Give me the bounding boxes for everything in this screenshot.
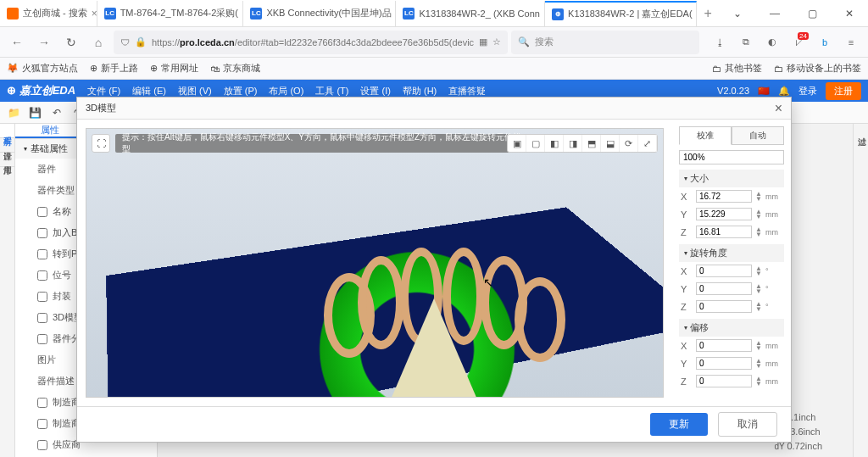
checkbox[interactable] [37, 292, 47, 302]
bookmark-folder[interactable]: 🗀其他书签 [712, 62, 762, 75]
spinner-icon[interactable]: ▲▼ [755, 284, 762, 294]
vtab-projects[interactable]: 所有工程 [0, 124, 14, 138]
menu-icon[interactable]: ≡ [839, 31, 863, 54]
off-z-input[interactable] [696, 375, 752, 387]
checkbox[interactable] [37, 440, 47, 450]
browser-tab-active[interactable]: ⊕K1318384WR-2 | 嘉立创EDA(× [545, 1, 697, 26]
bell-icon[interactable]: 🔔 [778, 86, 790, 97]
3d-viewport[interactable]: ⛶ 提示：按住Alt键后，鼠标右键移动元件模型X、Y方向，鼠标中键移动元件模型Z… [86, 128, 664, 398]
size-z-input[interactable] [696, 226, 752, 238]
off-y-input[interactable] [696, 357, 752, 370]
flag-icon[interactable]: 🇨🇳 [758, 86, 770, 97]
tab-auto[interactable]: 自动 [732, 126, 784, 145]
spinner-icon[interactable]: ▲▼ [755, 376, 762, 387]
menu-edit[interactable]: 编辑 (E) [132, 85, 166, 98]
home-button[interactable]: ⌂ [86, 31, 110, 54]
spinner-icon[interactable]: ▲▼ [755, 227, 762, 237]
vtab-filter[interactable]: 过滤 [854, 124, 868, 137]
chevron-down-icon[interactable]: ⌄ [719, 0, 756, 27]
vtab-library[interactable]: 库设计 [0, 138, 14, 153]
maximize-button[interactable]: ▢ [793, 0, 831, 27]
forward-button[interactable]: → [32, 31, 56, 54]
shield-icon: 🛡 [120, 37, 130, 47]
spinner-icon[interactable]: ▲▼ [755, 302, 762, 312]
new-tab-button[interactable]: + [697, 6, 719, 21]
tab-title: XKB Connectivity(中国星坤)品 [266, 7, 391, 20]
close-icon[interactable]: × [92, 8, 97, 20]
tool-save[interactable]: 💾 [26, 103, 45, 122]
url-input[interactable]: 🛡 🔒 https://pro.lceda.cn/editor#tab=ld22… [114, 31, 508, 54]
tool-undo[interactable]: ↶ [47, 103, 66, 122]
size-x-input[interactable] [696, 190, 752, 203]
spinner-icon[interactable]: ▲▼ [755, 209, 762, 220]
menu-help[interactable]: 帮助 (H) [403, 85, 437, 98]
menu-file[interactable]: 文件 (F) [87, 85, 120, 98]
bookmark-item[interactable]: 🦊火狐官方站点 [7, 62, 78, 75]
account-icon[interactable]: ◐ [760, 31, 784, 54]
browser-tab[interactable]: LCTM-8764-2_TM-8764-2采购(× [97, 1, 244, 26]
checkbox[interactable] [37, 270, 47, 281]
checkbox[interactable] [37, 207, 47, 217]
checkbox[interactable] [37, 228, 47, 238]
browser-tab[interactable]: LCK1318384WR-2_ (XKB Conn× [396, 1, 545, 26]
app-logo[interactable]: 嘉立创EDA [7, 83, 75, 98]
update-button[interactable]: 更新 [650, 413, 708, 436]
bing-icon[interactable]: b [813, 31, 837, 54]
bookmark-item[interactable]: ⊕常用网址 [150, 62, 198, 75]
checkbox[interactable] [37, 313, 47, 323]
reload-button[interactable]: ↻ [59, 31, 83, 54]
tab-title: TM-8764-2_TM-8764-2采购( [120, 7, 238, 20]
browser-tab[interactable]: LCXKB Connectivity(中国星坤)品× [243, 1, 396, 26]
bookmark-item[interactable]: ⊕新手上路 [90, 62, 138, 75]
rot-x-input[interactable] [696, 265, 752, 277]
off-x-input[interactable] [696, 339, 752, 352]
browser-tab[interactable]: 立创商城 - 搜索× [0, 1, 97, 26]
checkbox[interactable] [37, 419, 47, 429]
size-y-input[interactable] [696, 208, 752, 220]
group-rotation[interactable]: 旋转角度 [679, 244, 784, 262]
spinner-icon[interactable]: ▲▼ [755, 192, 762, 202]
minimize-button[interactable]: — [756, 0, 793, 27]
menu-view[interactable]: 视图 (V) [178, 85, 212, 98]
menu-live[interactable]: 直播答疑 [448, 85, 486, 98]
menu-layout[interactable]: 布局 (O) [269, 85, 303, 98]
bookmark-item[interactable]: 🛍京东商城 [210, 62, 260, 75]
badge: 24 [798, 32, 809, 40]
register-button[interactable]: 注册 [826, 82, 861, 100]
spinner-icon[interactable]: ▲▼ [755, 266, 762, 276]
group-offset[interactable]: 偏移 [679, 319, 784, 337]
reader-icon[interactable]: ▦ [479, 36, 487, 47]
bookmark-folder[interactable]: 🗀移动设备上的书签 [774, 62, 861, 75]
window-controls: ⌄ — ▢ ✕ [719, 0, 868, 27]
rot-y-input[interactable] [696, 282, 752, 295]
checkbox[interactable] [37, 249, 47, 259]
menu-tools[interactable]: 工具 (T) [315, 85, 348, 98]
spinner-icon[interactable]: ▲▼ [755, 359, 762, 369]
close-button[interactable]: ✕ [831, 0, 868, 27]
tab-calibrate[interactable]: 校准 [679, 126, 732, 145]
menu-place[interactable]: 放置 (P) [224, 85, 258, 98]
cancel-button[interactable]: 取消 [718, 412, 777, 437]
group-size[interactable]: 大小 [679, 170, 784, 187]
star-icon[interactable]: ☆ [492, 36, 501, 47]
search-input[interactable]: 🔍 搜索 [511, 31, 699, 54]
vtab-common[interactable]: 常用库 [0, 153, 14, 167]
pocket-icon[interactable]: ⩗24 [787, 31, 810, 54]
download-icon[interactable]: ⭳ [708, 31, 732, 54]
panel-tab-attrs[interactable]: 属性 [15, 124, 86, 138]
scale-input[interactable] [679, 150, 784, 164]
dialog-header[interactable]: 3D模型 × [77, 98, 791, 120]
version-label: V2.0.23 [717, 86, 749, 96]
favicon: LC [104, 8, 116, 20]
checkbox[interactable] [37, 334, 47, 344]
rot-z-input[interactable] [696, 300, 752, 313]
menu-settings[interactable]: 设置 (I) [360, 85, 390, 98]
browser-tabstrip: 立创商城 - 搜索× LCTM-8764-2_TM-8764-2采购(× LCX… [0, 0, 868, 27]
login-link[interactable]: 登录 [798, 85, 817, 98]
checkbox[interactable] [37, 398, 47, 408]
back-button[interactable]: ← [5, 31, 29, 54]
spinner-icon[interactable]: ▲▼ [755, 341, 762, 351]
tool-open[interactable]: 📁 [5, 103, 24, 122]
library-icon[interactable]: ⧉ [734, 31, 758, 54]
close-icon[interactable]: × [775, 101, 782, 116]
